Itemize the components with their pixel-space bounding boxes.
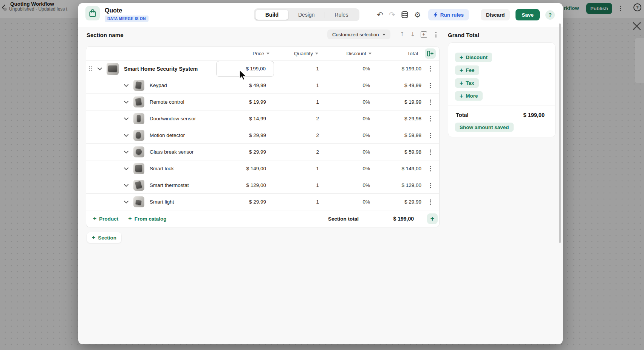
tab-build[interactable]: Build [255,10,288,20]
add-more-button[interactable]: +More [455,91,483,101]
row-menu-icon[interactable] [427,148,433,156]
discount-cell[interactable]: 0% [326,94,378,110]
quantity-cell[interactable]: 2 [274,110,326,127]
selection-dropdown[interactable]: Customized selection [327,30,390,39]
total-cell: $ 59,98 [378,127,421,143]
table-rows: Smart Home Security System $ 199,00 1 0%… [86,60,439,210]
gear-icon: ⚙ [414,11,421,19]
tab-design[interactable]: Design [288,10,325,20]
column-header-price[interactable]: Price [216,47,274,60]
quantity-cell[interactable]: 1 [274,177,326,193]
quantity-cell[interactable]: 1 [274,160,326,177]
insert-section-button[interactable]: + [420,30,428,39]
row-menu-icon[interactable] [427,165,433,173]
discount-cell[interactable]: 0% [326,127,378,143]
section-add-line-button[interactable]: + [427,213,438,224]
plus-icon: + [460,67,463,73]
add-fee-button[interactable]: +Fee [455,65,479,75]
discount-cell[interactable]: 0% [326,160,378,177]
modal-help-button[interactable]: ? [545,10,555,20]
move-down-button[interactable]: ↓ [409,30,417,39]
grand-total-card: +Discount +Fee +Tax +More Total $ 199,00… [448,42,556,137]
price-cell[interactable]: $ 19,99 [249,99,266,105]
table-row: Motion detector $ 29,99 2 0% $ 59,98 [86,127,439,143]
discard-button[interactable]: Discard [481,9,510,20]
price-cell[interactable]: $ 14,99 [249,116,266,121]
chevron-down-icon[interactable] [122,98,130,106]
add-tax-button[interactable]: +Tax [455,78,479,88]
move-up-button[interactable]: ↑ [398,30,406,39]
row-menu-icon[interactable] [427,115,433,123]
modal-scrollbar[interactable] [559,23,561,243]
quantity-cell[interactable]: 2 [274,127,326,143]
price-cell[interactable]: $ 29,99 [249,199,266,205]
row-menu-icon[interactable] [427,98,433,106]
table-header-row: Price Quantity Discount Total [86,47,439,60]
toolbar-divider [475,10,475,19]
chevron-down-icon[interactable] [122,132,130,139]
add-section-button[interactable]: + Section [87,232,121,243]
table-row: Smart Home Security System $ 199,00 1 0%… [86,60,439,77]
plus-icon: + [128,216,132,222]
chevron-down-icon[interactable] [122,198,130,206]
discount-cell[interactable]: 0% [326,110,378,127]
chevron-down-icon[interactable] [122,182,130,189]
smart-light-photo [133,196,144,207]
section-menu-icon[interactable] [433,31,439,39]
chevron-down-icon[interactable] [122,148,130,156]
discount-cell[interactable]: 0% [326,144,378,160]
product-name: Smart light [150,199,174,205]
column-header-quantity[interactable]: Quantity [274,47,326,60]
redo-icon: ↷ [389,11,395,19]
price-cell[interactable]: $ 29,99 [249,149,266,155]
add-from-catalog-button[interactable]: + From catalog [125,213,169,224]
section-total-label: Section total [328,216,359,222]
price-cell[interactable]: $ 149,00 [246,166,266,171]
price-cell[interactable]: $ 199,00 [216,61,274,77]
price-cell[interactable]: $ 29,99 [249,132,266,138]
quote-bag-icon [85,6,100,20]
undo-button[interactable]: ↶ [377,11,383,19]
tab-rules[interactable]: Rules [325,10,358,20]
drag-handle[interactable] [89,66,93,71]
chevron-down-icon[interactable] [96,65,104,73]
show-amount-saved-button[interactable]: Show amount saved [455,123,514,132]
add-column-icon [427,51,433,56]
row-menu-icon[interactable] [427,198,433,206]
discount-cell[interactable]: 0% [326,77,378,93]
modal-toolbar: ↶ ↷ ⚙ Run rules Discard Save ? [377,8,555,21]
price-cell[interactable]: $ 129,00 [246,182,266,188]
discount-cell[interactable]: 0% [326,194,378,210]
chevron-down-icon[interactable] [122,165,130,173]
close-icon[interactable] [632,21,642,31]
run-rules-button[interactable]: Run rules [428,9,469,20]
add-discount-button[interactable]: +Discount [455,53,492,62]
screen: Quoting Workflow Unpublished · Updated l… [0,0,644,350]
chevron-down-icon[interactable] [122,82,130,89]
grand-total-value: $ 199,00 [523,112,545,118]
keypad-photo [133,80,144,91]
data-merge-badge: DATA MERGE IS ON [105,16,149,22]
row-menu-icon[interactable] [427,181,433,190]
row-menu-icon[interactable] [427,81,433,90]
row-menu-icon[interactable] [427,131,433,140]
chevron-down-icon[interactable] [122,115,130,123]
data-source-button[interactable] [401,11,409,19]
total-cell: $ 19,99 [378,94,421,110]
quantity-cell[interactable]: 1 [274,77,326,93]
quantity-cell[interactable]: 2 [274,144,326,160]
settings-button[interactable]: ⚙ [414,11,421,19]
discount-cell[interactable]: 0% [326,177,378,193]
save-button[interactable]: Save [516,9,540,20]
discount-cell[interactable]: 0% [326,61,378,77]
quantity-cell[interactable]: 1 [274,194,326,210]
column-header-discount[interactable]: Discount [326,47,378,60]
add-product-button[interactable]: + Product [90,213,121,224]
row-menu-icon[interactable] [427,65,433,73]
add-column-button[interactable] [425,48,436,59]
quantity-cell[interactable]: 1 [274,94,326,110]
redo-button[interactable]: ↷ [389,11,395,19]
price-cell[interactable]: $ 49,99 [249,82,266,88]
sort-chevron-icon [368,53,372,54]
quantity-cell[interactable]: 1 [274,61,326,77]
